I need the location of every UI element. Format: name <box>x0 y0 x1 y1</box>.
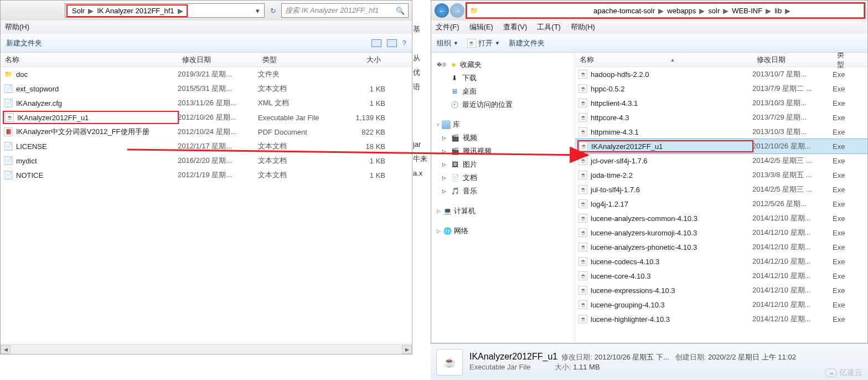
crumb-item[interactable]: solr <box>706 7 722 15</box>
open-button[interactable]: ☕打开 ▼ <box>467 38 500 48</box>
nav-pictures[interactable]: ▷🖼图片 <box>433 158 572 171</box>
jar-icon: ☕ <box>578 214 587 223</box>
menu-tools[interactable]: 工具(T) <box>537 22 561 32</box>
file-type: Exe <box>833 171 855 179</box>
nav-documents[interactable]: ▷📄文档 <box>433 171 572 184</box>
new-folder-button[interactable]: 新建文件夹 <box>6 38 42 48</box>
scroll-right-button[interactable]: ▶ <box>402 345 412 354</box>
search-input[interactable]: 搜索 IK Analyzer 2012FF_hf1 🔍 <box>281 3 409 18</box>
table-row[interactable]: ☕lucene-analyzers-phonetic-4.10.32014/12… <box>575 240 867 254</box>
table-row[interactable]: 📁doc2019/3/21 星期...文件夹 <box>1 67 412 81</box>
crumb-item[interactable]: webapps <box>665 7 698 15</box>
table-row[interactable]: ☕lucene-analyzers-common-4.10.32014/12/1… <box>575 211 867 225</box>
table-row[interactable]: ☕lucene-codecs-4.10.32014/12/10 星期...Exe <box>575 254 867 269</box>
dropdown-icon[interactable]: ▾ <box>253 7 262 15</box>
nav-music[interactable]: ▷🎵音乐 <box>433 184 572 198</box>
nav-network[interactable]: ▷🌐网络 <box>433 224 572 238</box>
preview-pane-icon[interactable] <box>387 39 397 47</box>
nav-downloads[interactable]: ⬇下载 <box>433 71 572 85</box>
table-row[interactable]: 📄NOTICE2012/1/19 星期...文本文档1 KB <box>1 168 412 182</box>
table-row[interactable]: 📄IKAnalyzer.cfg2013/11/26 星期...XML 文档1 K… <box>1 96 412 110</box>
file-type: 文件夹 <box>258 69 341 79</box>
file-date: 2012/10/26 星期... <box>178 112 258 122</box>
crumb-item[interactable]: IK Analyzer 2012FF_hf1 <box>95 7 176 15</box>
table-row[interactable]: ☕lucene-core-4.10.32014/12/10 星期...Exe <box>575 269 867 283</box>
table-row[interactable]: 📕IKAnalyzer中文分词器V2012_FF使用手册2012/10/24 星… <box>1 125 412 139</box>
file-date: 2014/2/5 星期三 ... <box>752 156 833 166</box>
crumb-item[interactable]: lib <box>772 7 784 15</box>
nav-videos[interactable]: ▷🎬视频 <box>433 131 572 145</box>
file-date: 2014/12/10 星期... <box>752 228 833 238</box>
table-row[interactable]: ☕IKAnalyzer2012FF_u12012/10/26 星期...Exec… <box>1 110 412 125</box>
col-date[interactable]: 修改日期 <box>178 55 258 65</box>
table-row[interactable]: 📄ext_stopword2015/5/31 星期...文本文档1 KB <box>1 81 412 96</box>
file-size: 1,139 KB <box>341 114 385 122</box>
table-row[interactable]: ☕IKAnalyzer2012FF_u12012/10/26 星期...Exe <box>575 139 867 153</box>
view-icon[interactable] <box>371 39 381 47</box>
table-row[interactable]: ☕lucene-grouping-4.10.32014/12/10 星期...E… <box>575 297 867 312</box>
crumb-item[interactable]: apache-tomcat-solr <box>591 7 657 15</box>
menu-edit[interactable]: 编辑(E) <box>469 22 493 32</box>
folder-icon: 📁 <box>469 6 478 15</box>
file-date: 2012/10/24 星期... <box>178 127 258 137</box>
jar-icon: ☕ <box>578 243 587 251</box>
horizontal-scrollbar[interactable]: ◀ ▶ <box>1 344 412 354</box>
file-type: Exe <box>833 243 855 251</box>
table-row[interactable]: ☕lucene-expressions-4.10.32014/12/10 星期.… <box>575 283 867 297</box>
new-folder-button[interactable]: 新建文件夹 <box>509 38 545 48</box>
nav-favorites[interactable]: �并★收藏夹 <box>433 58 572 71</box>
address-bar: Solr ▶ IK Analyzer 2012FF_hf1 ▶ ▾ ↻ 搜索 I… <box>1 1 412 20</box>
crumb-item[interactable]: Solr <box>70 7 87 15</box>
nav-desktop[interactable]: 🖥桌面 <box>433 85 572 98</box>
col-date[interactable]: 修改日期 <box>752 55 833 65</box>
breadcrumb[interactable]: Solr ▶ IK Analyzer 2012FF_hf1 ▶ ▾ <box>65 3 265 18</box>
file-name: lucene-analyzers-common-4.10.3 <box>591 214 698 223</box>
menu-view[interactable]: 查看(V) <box>503 22 527 32</box>
table-row[interactable]: ☕jul-to-slf4j-1.7.62014/2/5 星期三 ...Exe <box>575 182 867 197</box>
table-row[interactable]: ☕joda-time-2.22013/3/8 星期五 ...Exe <box>575 168 867 182</box>
help-icon[interactable]: ? <box>402 39 406 47</box>
table-row[interactable]: ☕lucene-highlighter-4.10.32014/12/10 星期.… <box>575 312 867 326</box>
breadcrumb[interactable]: 📁 apache-tomcat-solr▶webapps▶solr▶WEB-IN… <box>467 3 864 18</box>
table-row[interactable]: ☕hppc-0.5.22013/7/9 星期二 ...Exe <box>575 81 867 96</box>
file-size: 1 KB <box>341 157 385 165</box>
file-type: Exe <box>833 301 855 309</box>
file-name: joda-time-2.2 <box>591 171 633 179</box>
table-row[interactable]: ☕lucene-analyzers-kuromoji-4.10.32014/12… <box>575 225 867 240</box>
table-row[interactable]: ☕httpclient-4.3.12013/10/3 星期...Exe <box>575 96 867 110</box>
file-name: lucene-expressions-4.10.3 <box>591 286 675 295</box>
nav-tencent[interactable]: ▷🎬腾讯视频 <box>433 145 572 158</box>
col-name[interactable]: 名称▲ <box>575 55 752 65</box>
menu-bar: 文件(F) 编辑(E) 查看(V) 工具(T) 帮助(H) <box>431 20 867 34</box>
back-button[interactable]: ← <box>435 3 449 18</box>
table-row[interactable]: ☕hadoop-hdfs-2.2.02013/10/7 星期...Exe <box>575 67 867 81</box>
organize-button[interactable]: 组织 ▼ <box>437 38 458 48</box>
forward-button[interactable]: → <box>450 3 464 18</box>
menu-help[interactable]: 帮助(H) <box>571 22 595 32</box>
table-row[interactable]: ☕httpcore-4.32013/7/29 星期...Exe <box>575 110 867 125</box>
file-type: 文本文档 <box>258 141 341 151</box>
file-date: 2014/12/10 星期... <box>752 271 833 281</box>
col-name[interactable]: 名称 <box>1 55 178 65</box>
table-row[interactable]: ☕httpmime-4.3.12013/10/3 星期...Exe <box>575 125 867 139</box>
file-name: IKAnalyzer2012FF_u1 <box>17 114 89 122</box>
table-row[interactable]: ☕jcl-over-slf4j-1.7.62014/2/5 星期三 ...Exe <box>575 153 867 168</box>
nav-libraries[interactable]: ▿库 <box>433 118 572 131</box>
col-size[interactable]: 大小 <box>341 55 385 65</box>
col-type[interactable]: 类型 <box>833 53 855 70</box>
table-row[interactable]: ☕log4j-1.2.172012/5/26 星期...Exe <box>575 197 867 211</box>
file-date: 2014/12/10 星期... <box>752 300 833 310</box>
crumb-item[interactable]: WEB-INF <box>730 7 764 15</box>
menu-file[interactable]: 文件(F) <box>436 22 459 32</box>
nav-recent[interactable]: 🕘最近访问的位置 <box>433 98 572 111</box>
menu-help[interactable]: 帮助(H) <box>5 22 29 32</box>
refresh-button[interactable]: ↻ <box>267 4 279 17</box>
col-type[interactable]: 类型 <box>258 55 341 65</box>
music-icon: 🎵 <box>451 187 459 196</box>
jar-icon: ☕ <box>578 199 587 208</box>
nav-computer[interactable]: ▷💻计算机 <box>433 204 572 218</box>
scroll-left-button[interactable]: ◀ <box>1 345 11 354</box>
table-row[interactable]: 📄mydict2016/2/20 星期...文本文档1 KB <box>1 153 412 168</box>
chevron-right-icon: ▶ <box>87 7 95 15</box>
table-row[interactable]: 📄LICENSE2012/1/17 星期...文本文档18 KB <box>1 139 412 153</box>
